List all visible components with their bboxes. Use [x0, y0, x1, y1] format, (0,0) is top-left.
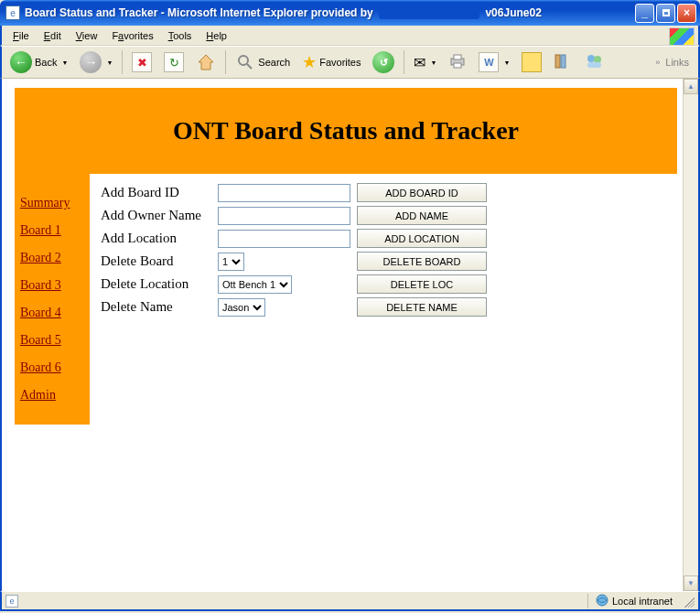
- menu-edit[interactable]: Edit: [37, 28, 69, 43]
- search-button[interactable]: Search: [231, 49, 295, 75]
- sidebar-link-board1[interactable]: Board 1: [20, 223, 84, 238]
- add-board-id-label: Add Board ID: [101, 185, 218, 200]
- sidebar-link-board4[interactable]: Board 4: [20, 306, 84, 320]
- zone-label: Local intranet: [612, 596, 673, 607]
- ie-page-icon: e: [5, 595, 18, 608]
- sidebar-link-admin[interactable]: Admin: [20, 388, 84, 403]
- delete-location-select[interactable]: Ott Bench 1: [218, 275, 292, 294]
- sidebar-link-board5[interactable]: Board 5: [20, 333, 84, 348]
- chevron-down-icon: ▼: [104, 59, 113, 66]
- chevron-down-icon: ▼: [501, 59, 510, 66]
- add-owner-name-input[interactable]: [218, 207, 350, 225]
- svg-rect-3: [454, 55, 461, 59]
- chevron-down-icon: ▼: [428, 59, 436, 66]
- menu-favorites[interactable]: Favorites: [104, 28, 160, 43]
- menu-help[interactable]: Help: [199, 28, 234, 43]
- research-icon: [554, 52, 572, 72]
- messenger-icon: [584, 52, 604, 72]
- menu-bar: File Edit View Favorites Tools Help: [0, 26, 700, 46]
- discuss-button[interactable]: [517, 49, 546, 75]
- delete-board-label: Delete Board: [101, 253, 218, 269]
- sidebar-nav: Summary Board 1 Board 2 Board 3 Board 4 …: [15, 174, 90, 425]
- search-label: Search: [258, 57, 290, 68]
- menu-tools[interactable]: Tools: [161, 28, 199, 43]
- sidebar-link-board3[interactable]: Board 3: [20, 278, 84, 293]
- window-title: Board Status and Tracker - Microsoft Int…: [25, 6, 542, 20]
- edit-button[interactable]: W ▼: [474, 49, 514, 75]
- sidebar-link-board6[interactable]: Board 6: [20, 360, 84, 375]
- window-title-redacted: [379, 6, 479, 19]
- vertical-scrollbar[interactable]: ▲ ▼: [683, 79, 698, 591]
- add-board-id-button[interactable]: ADD BOARD ID: [357, 183, 487, 202]
- add-board-id-input[interactable]: [218, 184, 350, 202]
- menu-file[interactable]: File: [5, 28, 37, 43]
- research-button[interactable]: [549, 49, 576, 75]
- svg-point-10: [597, 595, 608, 606]
- delete-location-button[interactable]: DELETE LOC: [357, 274, 487, 294]
- add-owner-name-label: Add Owner Name: [101, 208, 218, 223]
- delete-name-label: Delete Name: [101, 299, 218, 315]
- svg-point-8: [594, 56, 601, 63]
- history-icon: ↺: [372, 51, 394, 73]
- scroll-up-button[interactable]: ▲: [684, 79, 698, 94]
- back-icon: ←: [10, 51, 32, 73]
- delete-location-label: Delete Location: [101, 276, 218, 292]
- add-owner-name-button[interactable]: ADD NAME: [357, 206, 487, 225]
- svg-rect-4: [454, 63, 461, 68]
- back-button[interactable]: ← Back ▼: [5, 49, 72, 75]
- links-label[interactable]: Links: [665, 57, 689, 68]
- messenger-button[interactable]: [579, 49, 608, 75]
- admin-form: Add Board ID ADD BOARD ID Add Owner Name…: [90, 174, 677, 425]
- history-button[interactable]: ↺: [368, 49, 399, 75]
- resize-grip-icon[interactable]: [682, 595, 695, 608]
- window-minimize-button[interactable]: _: [635, 4, 654, 23]
- favorites-label: Favorites: [319, 57, 361, 68]
- stop-button[interactable]: ✖: [127, 49, 156, 75]
- mail-button[interactable]: ✉ ▼: [409, 49, 441, 75]
- print-icon: [448, 53, 467, 71]
- discuss-icon: [522, 52, 542, 72]
- browser-viewport: ONT Board Status and Tracker Summary Boa…: [0, 79, 700, 591]
- svg-rect-9: [587, 62, 601, 68]
- forward-button[interactable]: → ▼: [75, 49, 117, 75]
- status-bar: e Local intranet: [0, 591, 700, 611]
- add-location-button[interactable]: ADD LOCATION: [357, 229, 487, 248]
- svg-point-0: [239, 56, 248, 65]
- add-location-input[interactable]: [218, 230, 350, 248]
- forward-icon: →: [80, 51, 102, 73]
- delete-board-select[interactable]: 1: [218, 253, 244, 271]
- delete-name-button[interactable]: DELETE NAME: [357, 297, 487, 317]
- svg-line-1: [247, 64, 252, 69]
- favorites-button[interactable]: ★ Favorites: [297, 49, 365, 75]
- toolbar-separator: [122, 50, 123, 74]
- ie-app-icon: e: [5, 5, 20, 20]
- add-location-label: Add Location: [101, 231, 218, 246]
- svg-rect-6: [561, 55, 565, 68]
- toolbar: ← Back ▼ → ▼ ✖ ↻ Search ★ Favorites ↺ ✉ …: [0, 46, 700, 79]
- delete-name-select[interactable]: Jason: [218, 298, 265, 317]
- window-close-button[interactable]: ×: [677, 4, 696, 23]
- delete-board-button[interactable]: DELETE BOARD: [357, 252, 487, 271]
- sidebar-link-summary[interactable]: Summary: [20, 196, 84, 210]
- menu-view[interactable]: View: [69, 28, 105, 43]
- refresh-icon: ↻: [164, 52, 184, 72]
- favorites-star-icon: ★: [302, 52, 317, 72]
- window-titlebar: e Board Status and Tracker - Microsoft I…: [0, 0, 700, 26]
- chevron-down-icon: ▼: [59, 59, 68, 66]
- refresh-button[interactable]: ↻: [159, 49, 188, 75]
- sidebar-link-board2[interactable]: Board 2: [20, 251, 84, 265]
- page-banner: ONT Board Status and Tracker: [15, 88, 677, 174]
- scroll-down-button[interactable]: ▼: [684, 575, 698, 591]
- home-icon: [196, 52, 216, 72]
- svg-rect-5: [555, 55, 560, 68]
- print-button[interactable]: [444, 49, 471, 75]
- svg-point-7: [587, 55, 595, 62]
- scroll-track[interactable]: [684, 94, 698, 575]
- back-label: Back: [35, 57, 57, 68]
- home-button[interactable]: [191, 49, 221, 75]
- throbber-icon: [669, 27, 695, 46]
- word-icon: W: [479, 52, 499, 72]
- zone-icon: [596, 594, 608, 608]
- window-maximize-button[interactable]: [656, 4, 675, 23]
- toolbar-separator: [404, 50, 404, 74]
